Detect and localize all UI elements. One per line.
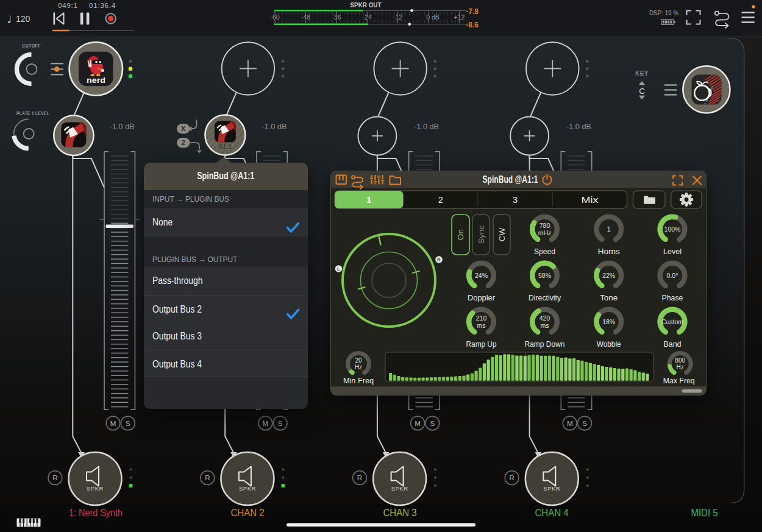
svg-text:Tone: Tone [600,293,618,302]
svg-text:CW: CW [497,228,507,242]
svg-text:Directivity: Directivity [529,293,561,302]
svg-text:nerd: nerd [87,76,105,85]
svg-text:Hz: Hz [355,364,362,371]
svg-text:M: M [415,420,421,427]
svg-text:KEY: KEY [635,70,649,77]
svg-text:X: X [181,125,186,132]
svg-text:-1.0 dB: -1.0 dB [110,122,135,131]
svg-text:ms: ms [541,322,549,329]
svg-text:S: S [278,420,283,427]
svg-text:mHz: mHz [538,229,552,236]
svg-text:ms: ms [477,322,486,329]
svg-text:1: 1 [607,225,611,233]
svg-text:0.0°: 0.0° [667,272,678,279]
svg-text:01:36.4: 01:36.4 [89,2,116,9]
svg-text:SPKR: SPKR [239,485,256,492]
svg-text:-48: -48 [301,13,310,21]
svg-text:M: M [567,420,573,427]
svg-text:-1.0 dB: -1.0 dB [262,122,287,131]
svg-text:049:1: 049:1 [58,2,78,9]
svg-text:CHAN 4: CHAN 4 [535,508,569,518]
svg-text:-60: -60 [270,13,279,21]
svg-text:-8.6: -8.6 [466,21,479,29]
svg-text:2: 2 [181,139,185,146]
svg-text:58%: 58% [538,272,551,279]
svg-text:CHAN 3: CHAN 3 [383,508,417,518]
svg-text:0 dB: 0 dB [426,13,440,21]
svg-text:Max Freq: Max Freq [663,376,695,385]
svg-text:24%: 24% [475,272,488,279]
svg-text:Wobble: Wobble [597,339,621,349]
svg-text:Ramp Down: Ramp Down [525,339,565,349]
svg-text:Phase: Phase [662,293,683,302]
svg-text:Level: Level [663,247,682,256]
svg-text:SPKR OUT: SPKR OUT [351,1,382,9]
svg-text:R: R [437,257,441,263]
svg-text:S: S [430,420,435,427]
svg-text:780: 780 [539,222,550,229]
svg-text:210: 210 [476,314,487,322]
svg-text:R: R [205,474,210,481]
svg-text:1: 1 [366,195,371,205]
svg-text:L: L [337,266,340,272]
svg-text:PLATE 1 LEVEL: PLATE 1 LEVEL [16,110,49,116]
svg-text:M: M [263,420,269,427]
svg-text:C: C [639,87,645,96]
svg-text:A1:1: A1:1 [219,143,232,150]
svg-text:18%: 18% [602,318,615,325]
svg-text:R: R [52,474,57,481]
svg-text:Horns: Horns [598,247,620,256]
svg-text:S: S [126,420,130,427]
svg-text:2: 2 [438,195,443,205]
svg-text:-7.8: -7.8 [466,7,479,16]
svg-text:3: 3 [513,195,518,205]
svg-text:420: 420 [539,314,550,322]
svg-text:-1.0 dB: -1.0 dB [566,122,591,131]
svg-text:Min Freq: Min Freq [343,376,374,385]
svg-text:120: 120 [16,14,30,24]
svg-text:Ramp Up: Ramp Up [466,339,497,349]
svg-text:+12: +12 [454,13,465,21]
svg-text:Sync: Sync [477,225,486,244]
svg-text:CHAN 2: CHAN 2 [231,508,265,518]
svg-text:S: S [582,420,587,427]
svg-text:DSP: 19 %: DSP: 19 % [649,9,678,16]
svg-text:SPKR: SPKR [543,485,560,492]
svg-text:On: On [456,229,465,240]
svg-text:Custom: Custom [661,318,683,325]
svg-text:-1.0 dB: -1.0 dB [414,122,439,131]
svg-text:20: 20 [355,357,362,364]
svg-text:Band: Band [664,339,682,349]
svg-text:Speed: Speed [534,247,555,256]
svg-text:800: 800 [675,357,685,364]
svg-text:1: Nerd Synth: 1: Nerd Synth [69,508,123,518]
svg-text:SPKR: SPKR [87,485,104,492]
svg-text:Hz: Hz [677,364,684,371]
svg-text:Mix: Mix [581,195,599,205]
svg-text:CUTOFF: CUTOFF [22,43,41,49]
svg-text:R: R [510,474,515,481]
svg-text:Doppler: Doppler [468,293,496,302]
svg-text:MIDI 5: MIDI 5 [691,508,718,518]
svg-text:-24: -24 [363,13,372,21]
svg-text:SpinBud @A1:1: SpinBud @A1:1 [483,174,538,185]
svg-text:R: R [357,474,362,481]
svg-text:M: M [110,420,116,427]
svg-text:22%: 22% [602,272,615,279]
svg-text:-36: -36 [332,13,341,21]
svg-text:SPKR: SPKR [391,485,408,492]
svg-text:100%: 100% [664,225,681,233]
svg-text:-12: -12 [393,13,402,21]
